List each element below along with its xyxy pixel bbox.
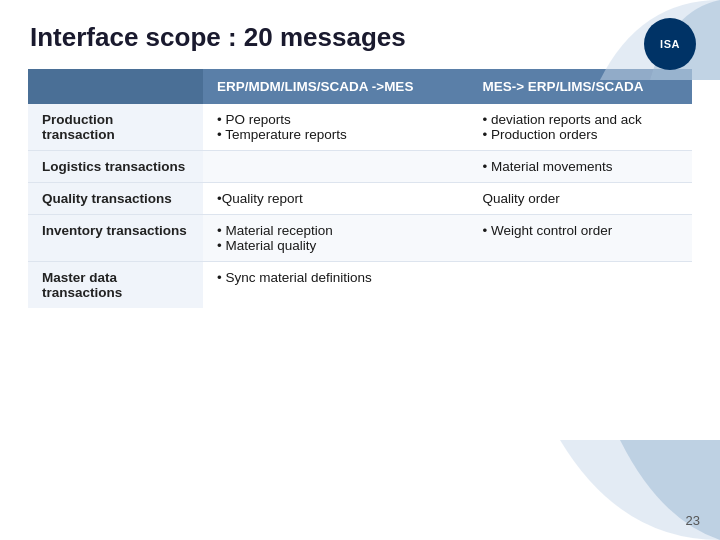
col-header-erp: ERP/MDM/LIMS/SCADA ->MES — [203, 69, 468, 104]
table-row: Logistics transactions• Material movemen… — [28, 151, 692, 183]
row-header-cell: Inventory transactions — [28, 215, 203, 262]
mes-cell — [468, 262, 692, 309]
table-row: Master data transactions• Sync material … — [28, 262, 692, 309]
erp-cell: •Quality report — [203, 183, 468, 215]
scope-table: ERP/MDM/LIMS/SCADA ->MES MES-> ERP/LIMS/… — [28, 69, 692, 308]
mes-cell: Quality order — [468, 183, 692, 215]
logo-text: ISA — [660, 38, 680, 50]
isa-logo: ISA — [644, 18, 696, 70]
mes-cell: • Weight control order — [468, 215, 692, 262]
erp-cell: • Material reception • Material quality — [203, 215, 468, 262]
page-title: Interface scope : 20 messages — [0, 0, 720, 69]
main-table-wrapper: ERP/MDM/LIMS/SCADA ->MES MES-> ERP/LIMS/… — [0, 69, 720, 308]
row-header-cell: Logistics transactions — [28, 151, 203, 183]
col-header-mes: MES-> ERP/LIMS/SCADA — [468, 69, 692, 104]
table-row: Production transaction• PO reports • Tem… — [28, 104, 692, 151]
table-row: Inventory transactions• Material recepti… — [28, 215, 692, 262]
table-row: Quality transactions•Quality reportQuali… — [28, 183, 692, 215]
erp-cell: • PO reports • Temperature reports — [203, 104, 468, 151]
row-header-cell: Quality transactions — [28, 183, 203, 215]
row-header-cell: Production transaction — [28, 104, 203, 151]
mes-cell: • deviation reports and ack • Production… — [468, 104, 692, 151]
row-header-cell: Master data transactions — [28, 262, 203, 309]
col-header-row — [28, 69, 203, 104]
erp-cell — [203, 151, 468, 183]
erp-cell: • Sync material definitions — [203, 262, 468, 309]
page-number: 23 — [686, 513, 700, 528]
mes-cell: • Material movements — [468, 151, 692, 183]
